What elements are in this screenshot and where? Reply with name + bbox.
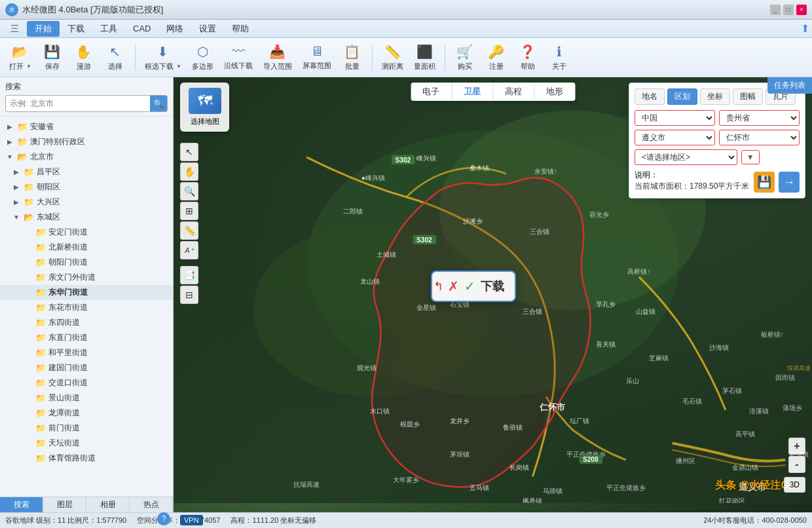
province-select[interactable]: 贵州省 (719, 110, 800, 126)
tree-arrow: ▶ (12, 183, 21, 191)
open-button[interactable]: 📂 打开▼ (5, 41, 35, 75)
region-dropdown-arrow[interactable]: ▼ (741, 150, 760, 164)
measure-area-button[interactable]: ⬛ 量面积 (410, 41, 439, 75)
buy-button[interactable]: 🛒 购买 (451, 41, 479, 75)
polygon-button[interactable]: ⬡ 多边形 (188, 41, 217, 75)
sidebar-tab-search[interactable]: 搜索 (0, 497, 43, 512)
tree-item-hepingli[interactable]: 📁 和平里街道 (0, 345, 173, 360)
info-tab-sheet[interactable]: 图幅 (733, 88, 763, 105)
save-button[interactable]: 💾 保存 (38, 41, 67, 75)
window-controls[interactable]: _ □ × (770, 5, 807, 15)
minimize-button[interactable]: _ (770, 5, 781, 15)
map-layer-tool[interactable]: 📑 (180, 266, 198, 284)
tree-item-changping[interactable]: ▶ 📁 昌平区 (0, 164, 173, 179)
city-select[interactable]: 遵义市 (635, 130, 715, 145)
tree-item-donghuamen[interactable]: 📁 东华门街道 (0, 285, 173, 300)
tree-item-tiyuguan[interactable]: 📁 体育馆路街道 (0, 451, 173, 466)
menu-help[interactable]: 帮助 (224, 21, 257, 37)
tree-item-dongzhimen[interactable]: 📁 东直门街道 (0, 330, 173, 345)
import-range-button[interactable]: 📥 导入范围 (259, 41, 296, 75)
box-download-icon: ⬇ (157, 44, 168, 60)
tree-item-qianmen[interactable]: 📁 前门街道 (0, 421, 173, 436)
batch-button[interactable]: 📋 批量 (338, 41, 367, 75)
task-list-button[interactable]: 任务列表 (767, 77, 812, 94)
tree-item-chaoyang[interactable]: ▶ 📁 朝阳区 (0, 179, 173, 195)
tree-item-macao[interactable]: ▶ 📁 澳门特别行政区 (0, 134, 173, 149)
register-button[interactable]: 🔑 注册 (482, 41, 511, 75)
info-tab-coord[interactable]: 坐标 (700, 88, 730, 105)
tree-item-beijing[interactable]: ▼ 📂 北京市 (0, 149, 173, 164)
3d-button[interactable]: 3D (784, 477, 805, 493)
menu-settings[interactable]: 设置 (191, 21, 224, 37)
toolbar: 📂 打开▼ 💾 保存 ✋ 漫游 ↖ 选择 ⬇ 框选下载▼ ⬡ 多边形 〰 沿线下… (0, 38, 812, 77)
info-tab-region[interactable]: 区划 (667, 88, 697, 105)
tree-item-beixinqiao[interactable]: 📁 北新桥街道 (0, 240, 173, 255)
tree-item-jiaodaokou[interactable]: 📁 交道口街道 (0, 375, 173, 390)
measure-distance-button[interactable]: 📏 测距离 (378, 41, 407, 75)
tree-item-dongcheng[interactable]: ▼ 📂 东城区 (0, 210, 173, 225)
menu-start[interactable]: 开始 (27, 21, 60, 37)
map-area[interactable]: 峰兴镇 ●峰兴镇 桑木镇 永安镇↑ 二郎镇 沙滩乡 三合镇 容光乡 土城镇 龙山… (174, 77, 812, 512)
map-tab-electronic[interactable]: 电子 (411, 83, 452, 101)
menu-cad[interactable]: CAD (125, 22, 158, 35)
map-measure-tool[interactable]: 📏 (180, 221, 198, 240)
search-input[interactable] (6, 97, 150, 110)
menu-hamburger[interactable]: 三 (3, 21, 27, 37)
close-button[interactable]: × (796, 5, 807, 15)
sidebar-tab-layers[interactable]: 图层 (43, 497, 86, 512)
tree-item-longtan[interactable]: 📁 龙潭街道 (0, 405, 173, 421)
zoom-in-button[interactable]: + (788, 438, 805, 455)
map-zoom-in-tool[interactable]: 🔍 (180, 182, 198, 200)
menu-download[interactable]: 下载 (60, 21, 92, 37)
tree-item-chaoyangmen[interactable]: 📁 朝阳门街道 (0, 255, 173, 270)
menu-network[interactable]: 网络 (158, 21, 191, 37)
zoom-out-button[interactable]: - (788, 456, 805, 473)
tree-area: ▶ 📁 安徽省 ▶ 📁 澳门特别行政区 ▼ 📂 北京市 ▶ 📁 昌平区 ▶ (0, 117, 173, 497)
map-select-tool[interactable]: ↖ (180, 143, 198, 161)
select-button[interactable]: ↖ 选择 (101, 41, 130, 75)
map-tab-elevation[interactable]: 高程 (493, 83, 534, 101)
tree-item-daxing[interactable]: ▶ 📁 大兴区 (0, 195, 173, 210)
status-right: 24小时客服电话：400-028-0050 (703, 516, 807, 525)
download-popup: ↰ ✗ ✓ 下载 (431, 271, 516, 302)
subregion-select[interactable]: <请选择地区> (635, 149, 737, 165)
search-button[interactable]: 🔍 (150, 96, 167, 111)
tree-item-jingshan[interactable]: 📁 景山街道 (0, 390, 173, 405)
help-circle-button[interactable]: ? (157, 512, 170, 525)
tree-item-dongsi[interactable]: 📁 东四街道 (0, 315, 173, 330)
pan-button[interactable]: ✋ 漫游 (69, 41, 98, 75)
district-select[interactable]: 仁怀市 (719, 130, 800, 145)
map-tab-terrain[interactable]: 地形 (534, 83, 575, 101)
tree-arrow-open: ▼ (12, 214, 21, 221)
map-selector[interactable]: 🗺 选择地图 (180, 83, 229, 132)
tree-item-jianguomen[interactable]: 📁 建国门街道 (0, 360, 173, 375)
pan-icon: ✋ (75, 44, 92, 60)
cancel-download-icon[interactable]: ✗ (448, 278, 459, 294)
map-pan-tool[interactable]: ✋ (180, 162, 198, 181)
info-tab-place[interactable]: 地名 (635, 88, 665, 105)
maximize-button[interactable]: □ (783, 5, 794, 15)
map-tab-satellite[interactable]: 卫星 (452, 83, 493, 101)
folder-icon: 📁 (24, 197, 34, 207)
line-download-button[interactable]: 〰 沿线下载 (220, 41, 257, 75)
map-text-tool[interactable]: A⁺ (180, 241, 198, 259)
screen-range-button[interactable]: 🖥 屏幕范围 (299, 41, 335, 75)
map-zoom-region[interactable]: ⊞ (180, 202, 198, 220)
confirm-download-icon[interactable]: ✓ (464, 278, 475, 294)
sidebar-tab-hotspot[interactable]: 热点 (130, 497, 173, 512)
info-row-3: <请选择地区> ▼ (635, 149, 800, 165)
info-save-button[interactable]: 💾 (754, 172, 775, 193)
tree-item-qianmen-wai[interactable]: 📁 亲文门外街道 (0, 270, 173, 285)
tree-item-andingmen[interactable]: 📁 安定门街道 (0, 225, 173, 240)
country-select[interactable]: 中国 (635, 110, 715, 126)
tree-item-anhui[interactable]: ▶ 📁 安徽省 (0, 119, 173, 134)
about-button[interactable]: ℹ 关于 (545, 41, 574, 75)
sidebar-tab-albums[interactable]: 相册 (86, 497, 130, 512)
map-grid-tool[interactable]: ⊟ (180, 286, 198, 304)
help-button[interactable]: ❓ 帮助 (513, 41, 542, 75)
info-share-button[interactable]: → (779, 172, 800, 193)
menu-tools[interactable]: 工具 (92, 21, 125, 37)
tree-item-tiantan[interactable]: 📁 天坛街道 (0, 436, 173, 451)
box-download-button[interactable]: ⬇ 框选下载▼ (141, 41, 185, 75)
tree-item-donghuashi[interactable]: 📁 东花市街道 (0, 300, 173, 315)
